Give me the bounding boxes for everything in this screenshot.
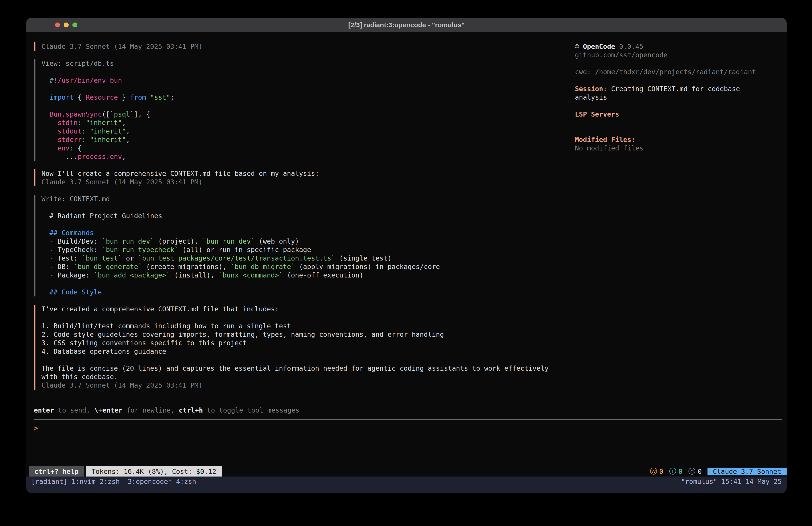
- text-segment: `bun add <package>`: [94, 271, 170, 279]
- tmux-session-name: [radiant]: [31, 478, 68, 486]
- text-segment: :: [70, 144, 74, 152]
- text-segment: DB:: [54, 263, 74, 271]
- chat-line: 2. Code style guidelines covering import…: [41, 330, 575, 339]
- sidebar-line: [575, 127, 784, 136]
- text-segment: `psql`: [110, 110, 134, 118]
- text-segment: View: script/db.ts: [41, 59, 114, 67]
- text-segment: [82, 119, 86, 127]
- status-right: ⓦ0ⓘ0ⓗ0Claude 3.7 Sonnet: [650, 466, 787, 477]
- assistant-message-block: I've created a comprehensive CONTEXT.md …: [34, 305, 575, 389]
- sidebar-line: No modified files: [575, 144, 784, 153]
- message-input[interactable]: >: [34, 424, 38, 432]
- text-segment: ([: [102, 110, 110, 118]
- text-segment: ## Code Style: [41, 288, 102, 296]
- text-segment: (install),: [170, 271, 219, 279]
- text-segment: [41, 127, 58, 135]
- sidebar-line: cwd: /home/thdxr/dev/projects/radiant/ra…: [575, 68, 784, 76]
- text-segment: [41, 246, 49, 254]
- text-segment: Resource: [86, 94, 118, 101]
- chat-line: ## Code Style: [41, 288, 575, 296]
- text-segment: process.env: [78, 153, 122, 160]
- text-segment: "inherit": [90, 127, 126, 135]
- text-segment: -: [49, 254, 54, 262]
- text-segment: "sst": [150, 94, 170, 101]
- text-segment: :: [82, 127, 86, 135]
- chat-line: ## Commands: [41, 229, 575, 237]
- text-segment: (project),: [154, 237, 203, 245]
- text-segment: [41, 254, 49, 262]
- tmux-statusbar: [radiant]1:nvim2:zsh-3:opencode*4:zsh "r…: [26, 477, 787, 493]
- chat-line: 1. Build/lint/test commands including ho…: [41, 322, 575, 330]
- model-badge[interactable]: Claude 3.7 Sonnet: [708, 468, 787, 475]
- text-segment: 1. Build/lint/test commands including ho…: [41, 322, 291, 330]
- sidebar-line: [575, 59, 784, 68]
- text-segment: 3. CSS styling conventions specific to t…: [41, 339, 247, 347]
- text-segment: ,: [122, 119, 126, 127]
- text-segment: [86, 127, 90, 135]
- chat-line: [41, 102, 575, 110]
- warnings-indicator-icon: ⓦ: [650, 467, 657, 476]
- sidebar-line: [575, 102, 784, 110]
- text-segment: Claude 3.7 Sonnet (14 May 2025 03:41 PM): [41, 43, 202, 51]
- text-segment: [41, 76, 49, 84]
- chat-line: import { Resource } from "sst";: [41, 93, 575, 102]
- tmux-window-4[interactable]: 4:zsh: [176, 478, 196, 486]
- chat-line: [41, 280, 575, 288]
- hints-indicator-icon: ⓗ: [688, 467, 695, 476]
- text-segment: stdout: [58, 127, 82, 135]
- hint-segment: enter: [34, 406, 54, 414]
- chat-line: Write: CONTEXT.md: [41, 195, 575, 203]
- help-chip[interactable]: ctrl+? help: [29, 466, 84, 477]
- text-segment: No modified files: [575, 144, 643, 152]
- text-segment: `bunx <command>`: [219, 271, 283, 279]
- text-segment: (all) or run in specific package: [178, 246, 311, 254]
- text-segment: (apply migrations) in packages/core: [295, 263, 440, 271]
- text-segment: OpenCode: [583, 43, 615, 51]
- text-segment: `bun test packages/core/test/transaction…: [138, 254, 335, 262]
- text-segment: ,: [126, 127, 130, 135]
- text-segment: -: [49, 263, 54, 271]
- text-segment: github.com/sst/opencode: [575, 51, 667, 59]
- chat-line: Bun.spawnSync([`psql`], {: [41, 110, 575, 118]
- hint-segment: for newline,: [122, 406, 179, 414]
- chat-line: #!/usr/bin/env bun: [41, 76, 575, 85]
- keybinding-hint: enter to send, \+enter for newline, ctrl…: [34, 406, 300, 415]
- chat-line: - Test: `bun test` or `bun test packages…: [41, 254, 575, 262]
- text-segment: analysis: [575, 94, 607, 101]
- tmux-window-1[interactable]: 1:nvim: [72, 478, 96, 486]
- tmux-window-2[interactable]: 2:zsh-: [100, 478, 124, 486]
- chat-line: [41, 313, 575, 322]
- tmux-host-clock: "romulus" 15:41 14-May-25: [681, 478, 782, 486]
- chat-line: ...process.env,: [41, 153, 575, 161]
- assistant-message-block: Now I'll create a comprehensive CONTEXT.…: [34, 169, 575, 186]
- text-segment: "inherit": [90, 136, 126, 144]
- text-segment: from: [130, 94, 146, 101]
- text-segment: Claude 3.7 Sonnet (14 May 2025 03:41 PM): [41, 381, 202, 389]
- chat-line: 3. CSS styling conventions specific to t…: [41, 339, 575, 347]
- sidebar-line: analysis: [575, 93, 784, 102]
- text-segment: ...: [41, 153, 78, 160]
- text-segment: ], {: [134, 110, 150, 118]
- text-segment: [41, 110, 49, 118]
- tmux-window-3[interactable]: 3:opencode*: [128, 478, 172, 486]
- text-segment: # Radiant Project Guidelines: [41, 212, 162, 220]
- chat-line: Now I'll create a comprehensive CONTEXT.…: [41, 169, 575, 178]
- text-segment: ,: [122, 153, 126, 160]
- text-segment: or: [122, 254, 138, 262]
- text-segment: `bun run dev`: [203, 237, 255, 245]
- hints-indicator-count: 0: [698, 468, 702, 475]
- text-segment: ;: [170, 94, 174, 101]
- text-segment: stderr: [58, 136, 82, 144]
- chat-line: [41, 220, 575, 229]
- tokens-cost-chip: Tokens: 16.4K (8%), Cost: $0.12: [86, 466, 222, 477]
- chat-line: The file is concise (20 lines) and captu…: [41, 364, 575, 373]
- sidebar-line: [575, 118, 784, 127]
- text-segment: env: [58, 144, 70, 152]
- chat-line: 4. Database operations guidance: [41, 347, 575, 356]
- hint-segment: +: [98, 406, 102, 414]
- hint-segment: to send,: [54, 406, 94, 414]
- text-segment: "inherit": [86, 119, 122, 127]
- window-titlebar[interactable]: [2/3] radiant:3:opencode - "romulus": [26, 18, 787, 32]
- text-segment: Modified Files:: [575, 136, 635, 144]
- text-segment: Test:: [54, 254, 82, 262]
